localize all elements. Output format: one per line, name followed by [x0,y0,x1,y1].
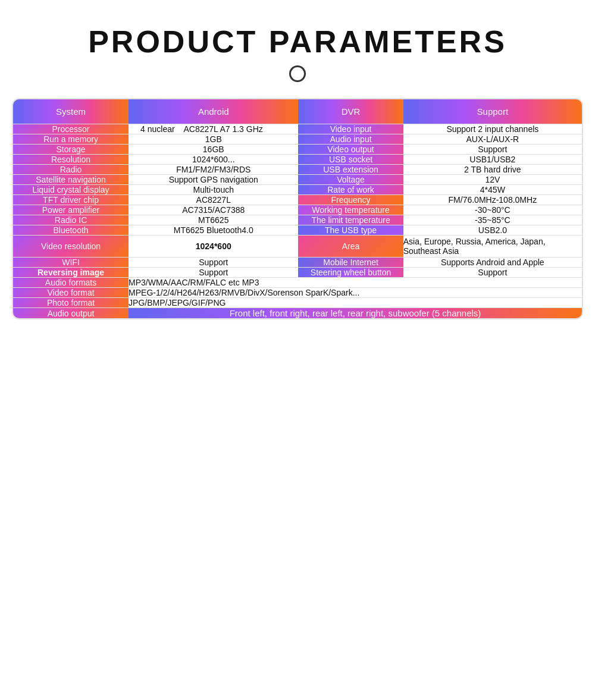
table-row: TFT driver chip AC8227L Frequency FM/76.… [13,195,582,205]
label-processor: Processor [13,124,129,134]
value-storage: 16GB [129,145,298,155]
label-video-res: Video resolution [13,236,129,258]
header-row: System Android DVR Support [13,99,582,124]
params-table: System Android DVR Support Processor 4 n… [13,99,582,318]
value-voltage: 12V [403,175,582,185]
header-support: Support [403,99,582,124]
value-power-amp: AC7315/AC7388 [129,205,298,215]
value-working-temp: -30~80°C [403,205,582,215]
label-reversing: Reversing image [13,268,129,278]
value-radio-ic: MT6625 [129,215,298,225]
label-rate-of-work: Rate of work [298,185,403,195]
value-video-output: Support [403,145,582,155]
header-dvr: DVR [298,99,403,124]
table-row: Video format MPEG-1/2/4/H264/H263/RMVB/D… [13,288,582,298]
value-bluetooth: MT6625 Bluetooth4.0 [129,225,298,236]
label-video-input: Video input [298,124,403,134]
label-tft: TFT driver chip [13,195,129,205]
value-usb-type: USB2.0 [403,225,582,236]
label-steering: Steering wheel button [298,268,403,278]
label-usb-extension: USB extension [298,165,403,175]
value-audio-formats: MP3/WMA/AAC/RM/FALC etc MP3 [129,278,582,288]
table-row: Resolution 1024*600... USB socket USB1/U… [13,155,582,165]
value-video-input: Support 2 input channels [403,124,582,134]
label-radio: Radio [13,165,129,175]
value-area: Asia, Europe, Russia, America, Japan, So… [403,236,582,258]
value-run-memory: 1GB [129,134,298,145]
value-usb-socket: USB1/USB2 [403,155,582,165]
value-reversing: Support [129,268,298,278]
label-usb-type: The USB type [298,225,403,236]
value-limit-temp: -35~85°C [403,215,582,225]
page-title: PRODUCT PARAMETERS [12,24,583,59]
value-frequency: FM/76.0MHz-108.0MHz [403,195,582,205]
label-working-temp: Working temperature [298,205,403,215]
params-table-wrapper: System Android DVR Support Processor 4 n… [12,98,583,319]
value-usb-extension: 2 TB hard drive [403,165,582,175]
label-mobile-internet: Mobile Internet [298,258,403,268]
value-rate-of-work: 4*45W [403,185,582,195]
table-row: Video resolution 1024*600 Area Asia, Eur… [13,236,582,258]
value-photo-format: JPG/BMP/JEPG/GIF/PNG [129,298,582,308]
value-resolution: 1024*600... [129,155,298,165]
label-frequency: Frequency [298,195,403,205]
label-radio-ic: Radio IC [13,215,129,225]
label-wifi: WIFI [13,258,129,268]
table-row: Reversing image Support Steering wheel b… [13,268,582,278]
table-row: Audio formats MP3/WMA/AAC/RM/FALC etc MP… [13,278,582,288]
label-video-output: Video output [298,145,403,155]
label-photo-format: Photo format [13,298,129,308]
label-audio-output: Audio output [13,308,129,319]
header-system: System [13,99,129,124]
table-row: Processor 4 nuclear AC8227L A7 1.3 GHz V… [13,124,582,134]
value-lcd: Multi-touch [129,185,298,195]
label-sat-nav: Satellite navigation [13,175,129,185]
table-row: Power amplifier AC7315/AC7388 Working te… [13,205,582,215]
label-audio-formats: Audio formats [13,278,129,288]
value-mobile-internet: Supports Android and Apple [403,258,582,268]
table-row: Run a memory 1GB Audio input AUX-L/AUX-R [13,134,582,145]
value-sat-nav: Support GPS navigation [129,175,298,185]
value-processor: 4 nuclear AC8227L A7 1.3 GHz [129,124,298,134]
value-tft: AC8227L [129,195,298,205]
value-audio-output: Front left, front right, rear left, rear… [129,308,582,319]
table-row: Radio FM1/FM2/FM3/RDS USB extension 2 TB… [13,165,582,175]
circle-decoration [12,65,583,86]
table-row: WIFI Support Mobile Internet Supports An… [13,258,582,268]
label-run-memory: Run a memory [13,134,129,145]
table-row: Storage 16GB Video output Support [13,145,582,155]
table-row: Photo format JPG/BMP/JEPG/GIF/PNG [13,298,582,308]
table-row: Liquid crystal display Multi-touch Rate … [13,185,582,195]
label-area: Area [298,236,403,258]
label-power-amp: Power amplifier [13,205,129,215]
label-storage: Storage [13,145,129,155]
footer-row: Audio output Front left, front right, re… [13,308,582,319]
label-video-format: Video format [13,288,129,298]
label-lcd: Liquid crystal display [13,185,129,195]
value-steering: Support [403,268,582,278]
label-limit-temp: The limit temperature [298,215,403,225]
label-bluetooth: Bluetooth [13,225,129,236]
label-usb-socket: USB socket [298,155,403,165]
table-row: Radio IC MT6625 The limit temperature -3… [13,215,582,225]
table-row: Bluetooth MT6625 Bluetooth4.0 The USB ty… [13,225,582,236]
label-voltage: Voltage [298,175,403,185]
value-radio: FM1/FM2/FM3/RDS [129,165,298,175]
table-row: Satellite navigation Support GPS navigat… [13,175,582,185]
value-audio-input: AUX-L/AUX-R [403,134,582,145]
header-android: Android [129,99,298,124]
value-video-format: MPEG-1/2/4/H264/H263/RMVB/DivX/Sorenson … [129,288,582,298]
label-audio-input: Audio input [298,134,403,145]
label-resolution: Resolution [13,155,129,165]
value-video-res: 1024*600 [129,236,298,258]
value-wifi: Support [129,258,298,268]
